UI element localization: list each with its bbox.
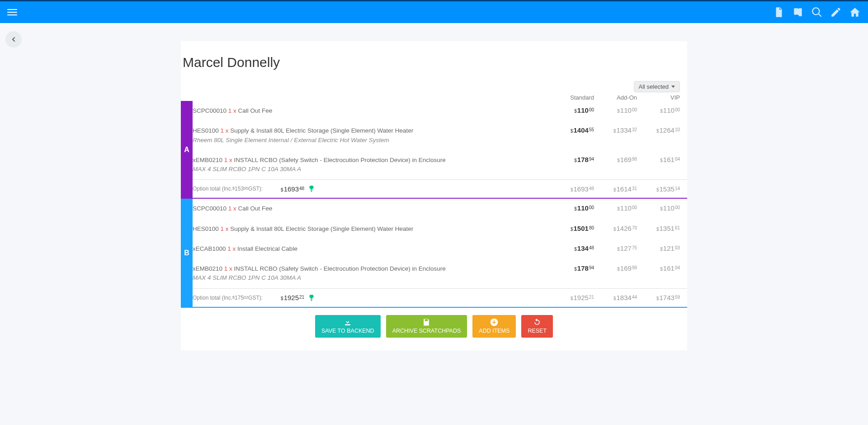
price-cell: $192521 (551, 294, 594, 301)
item-code: xECAB1000 (193, 245, 226, 252)
item-qty: 1 x (228, 205, 238, 212)
price-column-headers: Standard Add-On VIP (181, 94, 687, 101)
archive-button[interactable]: ARCHIVE SCRATCHPADS (386, 315, 467, 338)
filter-label: All selected (639, 83, 669, 90)
item-qty: 1 x (224, 157, 234, 163)
plus-circle-icon (490, 318, 499, 327)
action-bar: SAVE TO BACKEND ARCHIVE SCRATCHPADS ADD … (181, 308, 687, 350)
add-button[interactable]: ADD ITEMS (472, 315, 516, 338)
price-cell: $11000 (594, 204, 637, 212)
item-desc: Supply & Install 80L Electric Storage (S… (230, 127, 413, 134)
item-code: HES0100 (193, 127, 219, 134)
save-label: SAVE TO BACKEND (321, 328, 374, 334)
search-icon[interactable] (811, 6, 823, 18)
price-cell: $11000 (637, 106, 680, 114)
price-cell: $150180 (551, 224, 594, 232)
item-subdesc: MAX 4 SLIM RCBO 1PN C 10A 30MA A (193, 273, 551, 282)
menu-icon[interactable] (7, 7, 17, 17)
price-cell: $174359 (637, 294, 680, 301)
line-item[interactable]: xEMB0210 1 x INSTALL RCBO (Safety Switch… (193, 259, 687, 288)
header-icon-group (773, 6, 861, 18)
download-icon (343, 318, 352, 327)
price-cell: $12775 (594, 244, 637, 252)
item-qty: 1 x (228, 107, 238, 114)
line-item[interactable]: SCPC00010 1 x Call Out Fee $11000 $11000… (193, 199, 687, 219)
price-cell: $169348 (281, 185, 304, 193)
book-icon[interactable] (792, 6, 804, 18)
item-desc: Call Out Fee (238, 107, 273, 114)
option-tab[interactable]: B (181, 199, 193, 307)
reset-label: RESET (528, 328, 547, 334)
price-cell: $16998 (594, 156, 637, 163)
item-desc: Call Out Fee (238, 205, 273, 212)
filter-dropdown[interactable]: All selected (634, 81, 680, 92)
archive-label: ARCHIVE SCRATCHPADS (392, 328, 461, 334)
price-cell: $16998 (594, 264, 637, 272)
option-block: A SCPC00010 1 x Call Out Fee $11000 $110… (181, 101, 687, 199)
reset-button[interactable]: RESET (521, 315, 553, 338)
file-icon[interactable] (773, 6, 785, 18)
add-label: ADD ITEMS (479, 328, 509, 334)
item-qty: 1 x (221, 127, 231, 134)
price-cell: $17894 (551, 264, 594, 272)
price-cell: $16104 (637, 156, 680, 163)
item-desc: INSTALL RCBO (Safety Switch - Electrocut… (234, 265, 446, 272)
item-code: xEMB0210 (193, 157, 222, 163)
price-cell: $11000 (551, 204, 594, 212)
edit-icon[interactable] (830, 6, 842, 18)
price-cell: $11000 (551, 106, 594, 114)
option-block: B SCPC00010 1 x Call Out Fee $11000 $110… (181, 199, 687, 307)
price-cell: $161431 (594, 185, 637, 193)
price-cell: $13448 (551, 244, 594, 252)
price-cell: $11000 (637, 204, 680, 212)
price-cell: $17894 (551, 156, 594, 163)
item-subdesc: MAX 4 SLIM RCBO 1PN C 10A 30MA A (193, 165, 551, 174)
price-cell: $169348 (551, 185, 594, 193)
floppy-icon (422, 318, 431, 327)
refresh-icon (533, 318, 542, 327)
price-cell: $142670 (594, 224, 637, 232)
bulb-icon (308, 184, 315, 193)
item-desc: Install Electrical Cable (237, 245, 297, 252)
option-tab[interactable]: A (181, 101, 193, 199)
item-subdesc: Rheem 80L Single Element Internal / Exte… (193, 136, 551, 145)
line-item[interactable]: HES0100 1 x Supply & Install 80L Electri… (193, 219, 687, 239)
quote-sheet: Marcel Donnelly All selected Standard Ad… (181, 41, 687, 350)
item-qty: 1 x (221, 225, 231, 232)
customer-name: Marcel Donnelly (181, 55, 687, 81)
price-cell: $11000 (594, 106, 637, 114)
bulb-icon (308, 293, 315, 302)
item-code: xEMB0210 (193, 265, 222, 272)
line-item[interactable]: HES0100 1 x Supply & Install 80L Electri… (193, 121, 687, 150)
item-qty: 1 x (224, 265, 234, 272)
chevron-down-icon (671, 86, 675, 88)
price-cell: $135161 (637, 224, 680, 232)
back-button[interactable] (5, 31, 22, 48)
item-code: HES0100 (193, 225, 219, 232)
price-cell: $183444 (594, 294, 637, 301)
option-total-row: Option total (Inc.$15395 GST): $169348 $… (193, 179, 687, 199)
app-header (0, 1, 868, 23)
line-item[interactable]: SCPC00010 1 x Call Out Fee $11000 $11000… (193, 101, 687, 121)
main-scroll[interactable]: Marcel Donnelly All selected Standard Ad… (0, 23, 868, 424)
line-item[interactable]: xECAB1000 1 x Install Electrical Cable $… (193, 239, 687, 259)
price-cell: $140455 (551, 126, 594, 134)
item-code: SCPC00010 (193, 205, 226, 212)
item-desc: Supply & Install 80L Electric Storage (S… (230, 225, 413, 232)
item-desc: INSTALL RCBO (Safety Switch - Electrocut… (234, 157, 446, 163)
col-header-addon: Add-On (594, 94, 637, 101)
price-cell: $12103 (637, 244, 680, 252)
item-code: SCPC00010 (193, 107, 226, 114)
option-total-row: Option total (Inc.$17502 GST): $192521 $… (193, 288, 687, 308)
price-cell: $16104 (637, 264, 680, 272)
price-cell: $192521 (281, 294, 304, 301)
line-item[interactable]: xEMB0210 1 x INSTALL RCBO (Safety Switch… (193, 150, 687, 180)
price-cell: $133432 (594, 126, 637, 134)
col-header-standard: Standard (551, 94, 594, 101)
save-button[interactable]: SAVE TO BACKEND (315, 315, 381, 338)
price-cell: $126410 (637, 126, 680, 134)
option-total-label: Option total (Inc.$17502 GST): (193, 295, 263, 301)
home-icon[interactable] (849, 6, 861, 18)
col-header-vip: VIP (637, 94, 680, 101)
item-qty: 1 x (227, 245, 237, 252)
